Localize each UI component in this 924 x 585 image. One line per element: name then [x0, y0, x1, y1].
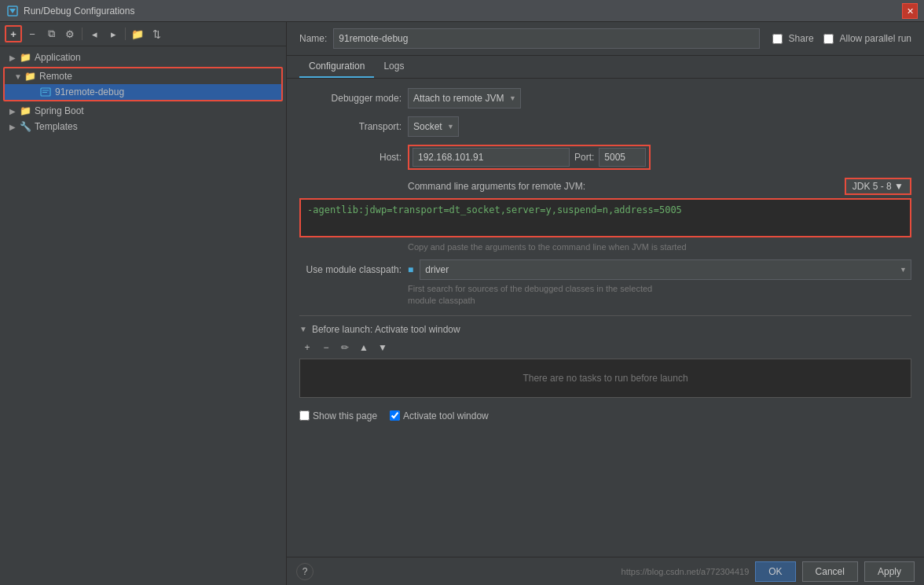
toolbar-separator	[82, 28, 82, 40]
tree-label-remote: Remote	[39, 71, 72, 82]
tree-arrow-templates: ▶	[9, 123, 19, 131]
sort-button[interactable]: ⇅	[148, 25, 165, 42]
debugger-mode-row: Debugger mode: Attach to remote JVM	[299, 88, 911, 109]
share-area: Share Allow parallel run	[772, 33, 911, 44]
url-hint: https://blog.csdn.net/a772304419	[622, 567, 750, 576]
folder-button[interactable]: 📁	[129, 25, 146, 42]
before-launch-toolbar: + − ✏ ▲ ▼	[299, 340, 911, 355]
bl-remove-button[interactable]: −	[318, 340, 334, 355]
name-label: Name:	[299, 33, 327, 44]
bottom-bar: ? https://blog.csdn.net/a772304419 OK Ca…	[287, 557, 924, 585]
port-label: Port:	[574, 152, 594, 163]
host-port-inner: Port:	[408, 145, 651, 170]
cmd-section: Command line arguments for remote JVM: J…	[299, 178, 911, 252]
before-launch-header: ▼ Before launch: Activate tool window	[299, 324, 911, 335]
before-launch-label: Before launch: Activate tool window	[312, 324, 460, 335]
title-bar-icon	[6, 5, 19, 17]
config-area: Debugger mode: Attach to remote JVM Tran…	[287, 79, 924, 557]
config-icon-91remote	[39, 86, 52, 98]
share-checkbox[interactable]	[772, 34, 783, 44]
allow-parallel-checkbox-label: Allow parallel run	[823, 33, 911, 44]
show-page-checkbox[interactable]	[299, 410, 310, 421]
settings-button[interactable]: ⚙	[61, 25, 79, 42]
tree-item-springboot[interactable]: ▶ 📁 Spring Boot	[0, 103, 286, 119]
cmd-header: Command line arguments for remote JVM: J…	[299, 178, 911, 195]
module-icon: ■	[408, 264, 413, 275]
divider	[299, 315, 911, 316]
host-input[interactable]	[412, 148, 570, 167]
debugger-mode-select-wrapper: Attach to remote JVM	[408, 88, 521, 109]
module-select-wrapper: driver	[420, 259, 911, 280]
tab-configuration[interactable]: Configuration	[299, 56, 374, 78]
tree-area: ▶ 📁 Application ▼ 📁 Remote	[0, 46, 286, 585]
remove-config-button[interactable]: −	[24, 25, 41, 42]
toolbar-separator-2	[125, 28, 126, 40]
before-launch-empty: There are no tasks to run before launch	[299, 359, 911, 398]
action-buttons: https://blog.csdn.net/a772304419 OK Canc…	[622, 561, 915, 582]
debugger-mode-select[interactable]: Attach to remote JVM	[408, 88, 521, 109]
title-bar-title: Run/Debug Configurations	[24, 6, 134, 17]
folder-icon-application: 📁	[19, 51, 31, 64]
activate-tool-checkbox[interactable]	[390, 410, 400, 421]
allow-parallel-checkbox[interactable]	[823, 34, 834, 44]
tree-item-91remote-debug[interactable]: 91remote-debug	[5, 84, 281, 100]
bottom-checkboxes: Show this page Activate tool window	[299, 404, 911, 428]
tree-item-remote[interactable]: ▼ 📁 Remote	[5, 68, 281, 84]
folder-icon-springboot: 📁	[19, 105, 31, 117]
arrow-left-button[interactable]: ◂	[86, 25, 103, 42]
port-input[interactable]	[599, 148, 646, 167]
tree-item-templates[interactable]: ▶ 🔧 Templates	[0, 119, 286, 134]
activate-tool-checkbox-label: Activate tool window	[390, 410, 489, 421]
close-button[interactable]: ✕	[902, 3, 918, 19]
cancel-button[interactable]: Cancel	[802, 561, 858, 582]
cmd-hint: Copy and paste the arguments to the comm…	[408, 242, 911, 252]
arrow-right-button[interactable]: ▸	[104, 25, 122, 42]
transport-select-wrapper: Socket	[408, 116, 459, 137]
tree-remote-group: ▼ 📁 Remote 91remote-debug	[3, 67, 283, 101]
tabs-bar: Configuration Logs	[287, 56, 924, 79]
svg-marker-1	[9, 9, 16, 13]
tree-label-springboot: Spring Boot	[35, 105, 84, 116]
wrench-icon-templates: 🔧	[19, 120, 31, 133]
show-page-checkbox-label: Show this page	[299, 410, 377, 421]
tab-logs[interactable]: Logs	[374, 56, 413, 78]
add-config-button[interactable]: +	[5, 25, 22, 42]
bl-add-button[interactable]: +	[299, 340, 315, 355]
module-hint: First search for sources of the debugged…	[408, 283, 911, 307]
collapse-arrow[interactable]: ▼	[299, 325, 307, 333]
transport-row: Transport: Socket	[299, 116, 911, 137]
tree-arrow-application: ▶	[9, 53, 19, 62]
copy-config-button[interactable]: ⧉	[42, 25, 60, 42]
folder-icon-remote: 📁	[24, 70, 36, 83]
bl-down-button[interactable]: ▼	[375, 340, 390, 355]
host-label: Host:	[299, 152, 402, 163]
transport-select[interactable]: Socket	[408, 116, 459, 137]
name-row: Name: Share Allow parallel run	[287, 22, 924, 56]
debugger-mode-label: Debugger mode:	[299, 93, 402, 104]
module-select[interactable]: driver	[420, 259, 911, 280]
bl-up-button[interactable]: ▲	[356, 340, 372, 355]
title-bar: Run/Debug Configurations ✕	[0, 0, 924, 22]
bl-edit-button[interactable]: ✏	[337, 340, 353, 355]
module-label: Use module classpath:	[299, 264, 402, 275]
help-button[interactable]: ?	[296, 563, 314, 580]
cmd-textarea[interactable]: -agentlib:jdwp=transport=dt_socket,serve…	[299, 198, 911, 237]
cmd-label: Command line arguments for remote JVM:	[408, 181, 585, 192]
apply-button[interactable]: Apply	[864, 561, 915, 582]
ok-button[interactable]: OK	[755, 561, 795, 582]
share-checkbox-label: Share	[772, 33, 814, 44]
toolbar: + − ⧉ ⚙ ◂ ▸ 📁 ⇅	[0, 22, 286, 46]
tree-item-application[interactable]: ▶ 📁 Application	[0, 50, 286, 65]
tree-arrow-springboot: ▶	[9, 107, 19, 116]
jdk-badge[interactable]: JDK 5 - 8 ▼	[845, 178, 911, 195]
before-launch-section: ▼ Before launch: Activate tool window + …	[299, 324, 911, 398]
tree-label-application: Application	[35, 52, 81, 63]
module-row: Use module classpath: ■ driver	[299, 259, 911, 280]
left-panel: + − ⧉ ⚙ ◂ ▸ 📁 ⇅	[0, 22, 287, 585]
tree-label-91remote: 91remote-debug	[55, 86, 124, 98]
host-port-row: Host: Port:	[299, 145, 911, 170]
transport-label: Transport:	[299, 121, 402, 132]
tree-arrow-remote: ▼	[14, 72, 24, 81]
name-input[interactable]	[333, 28, 759, 49]
right-panel: Name: Share Allow parallel run Configura…	[287, 22, 924, 585]
